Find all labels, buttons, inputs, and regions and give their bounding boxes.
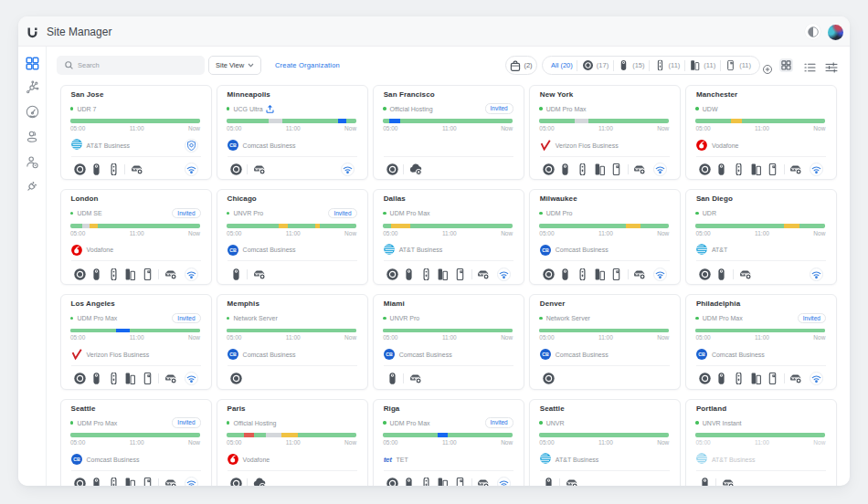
svg-text:CB: CB <box>386 352 393 358</box>
svg-text:CB: CB <box>542 352 549 358</box>
svg-text:CB: CB <box>73 457 80 462</box>
svg-text:CB: CB <box>229 142 237 148</box>
svg-text:CB: CB <box>698 352 705 358</box>
svg-text:CB: CB <box>229 352 237 358</box>
svg-text:CB: CB <box>229 247 237 253</box>
svg-text:CB: CB <box>542 247 549 253</box>
